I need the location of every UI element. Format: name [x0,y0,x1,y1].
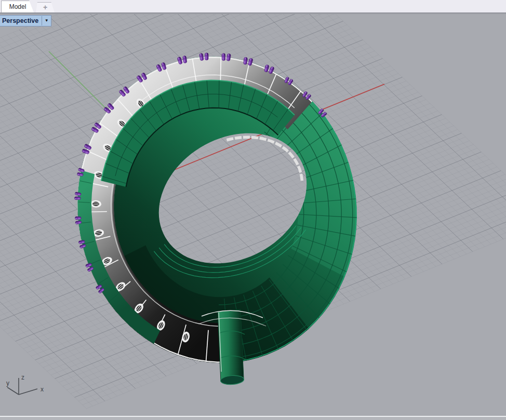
perspective-viewport[interactable]: zxy Perspective ▼ [0,13,506,417]
gizmo-z-label: z [21,374,24,381]
tab-model-label: Model [9,3,26,10]
gizmo-x-label: x [41,386,44,393]
chevron-down-icon[interactable]: ▼ [42,16,51,25]
gizmo-y-label: y [6,380,9,387]
plus-icon: + [43,3,47,11]
viewport-title: Perspective ▼ [0,15,51,26]
rhino-window: Model + [0,0,506,420]
new-tab-button[interactable]: + [36,2,55,12]
scene-canvas[interactable]: zxy [0,14,506,417]
tab-model[interactable]: Model [1,1,34,12]
window-bottom-edge [0,416,506,420]
axis-gizmo: zxy [6,374,44,395]
model-tab-bar: Model + [0,0,506,13]
ring-model[interactable] [74,53,359,385]
viewport-title-text[interactable]: Perspective [0,17,42,24]
